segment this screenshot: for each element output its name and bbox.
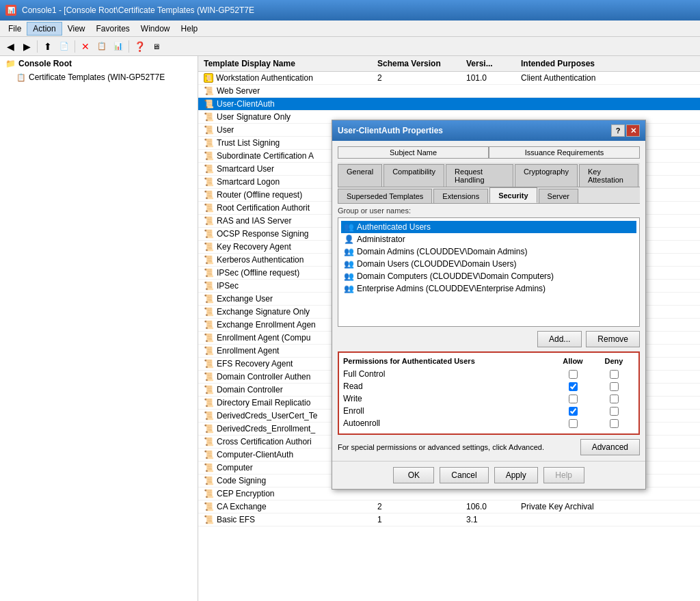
user-list[interactable]: 👥 Authenticated Users 👤 Administrator 👥 …	[338, 217, 640, 327]
tab-server[interactable]: Server	[539, 189, 578, 203]
enroll-deny-cell	[593, 407, 634, 416]
tab-compatibility[interactable]: Compatibility	[383, 164, 444, 187]
dialog-title: User-ClientAuth Properties	[338, 126, 443, 135]
cert-icon: 📜	[204, 203, 214, 213]
table-row[interactable]: 📜CA Exchange 2 106.0 Private Key Archiva…	[198, 500, 700, 513]
cert-icon: 📜	[204, 437, 214, 446]
cert-icon: 📜	[204, 242, 214, 252]
perm-row-read: Read	[343, 380, 634, 392]
menu-window[interactable]: Window	[135, 23, 176, 35]
fullcontrol-deny-cell	[593, 370, 634, 379]
cert-icon: 📜	[204, 411, 214, 420]
tab-superseded[interactable]: Superseded Templates	[338, 189, 432, 203]
dialog-body: Subject Name Issuance Requirements Gener…	[332, 141, 645, 461]
properties-dialog: User-ClientAuth Properties ? ✕ Subject N…	[332, 120, 646, 490]
cert-icon: 📜	[204, 346, 214, 356]
col-version: Versi...	[466, 59, 521, 68]
perm-row-write: Write	[343, 392, 634, 405]
add-button[interactable]: Add...	[537, 331, 582, 347]
ok-button[interactable]: OK	[393, 467, 434, 483]
table-row[interactable]: 📜Basic EFS 1 3.1	[198, 513, 700, 526]
enroll-deny-checkbox[interactable]	[610, 407, 619, 416]
dialog-close-button[interactable]: ✕	[626, 124, 640, 137]
cancel-button[interactable]: Cancel	[440, 467, 488, 483]
write-allow-checkbox[interactable]	[569, 395, 578, 403]
help-footer-button[interactable]: Help	[543, 467, 584, 483]
tab-security[interactable]: Security	[489, 187, 537, 203]
folder-icon: 📁	[5, 59, 16, 68]
user-item[interactable]: 👥 Domain Admins (CLOUDDEV\Domain Admins)	[341, 245, 636, 258]
advanced-button[interactable]: Advanced	[580, 439, 640, 455]
apply-button[interactable]: Apply	[494, 467, 538, 483]
cert-icon: 📜	[204, 255, 214, 265]
user-icon: 👥	[344, 247, 354, 256]
refresh-button[interactable]: 📊	[111, 39, 126, 54]
perm-row-enroll: Enroll	[343, 405, 634, 417]
adv-text: For special permissions or advanced sett…	[338, 443, 544, 451]
tab-extensions[interactable]: Extensions	[433, 189, 488, 203]
perm-name: Read	[343, 382, 552, 391]
cert-icon: 📜	[204, 333, 214, 343]
cert-icon: 📜	[204, 372, 214, 382]
tab-cryptography[interactable]: Cryptography	[515, 164, 578, 187]
read-deny-cell	[593, 382, 634, 391]
title-text: Console1 - [Console Root\Certificate Tem…	[22, 5, 254, 15]
back-button[interactable]: ◀	[3, 39, 18, 54]
dialog-help-button[interactable]: ?	[611, 124, 625, 137]
col-name: Template Display Name	[204, 59, 377, 68]
read-allow-checkbox[interactable]	[569, 382, 578, 391]
cert-templates-icon: 📋	[16, 73, 26, 82]
autoenroll-deny-checkbox[interactable]	[610, 419, 619, 428]
dialog-title-buttons: ? ✕	[611, 124, 640, 137]
menu-favorites[interactable]: Favorites	[91, 23, 135, 35]
menu-view[interactable]: View	[62, 23, 91, 35]
remove-button[interactable]: Remove	[586, 331, 640, 347]
tab-key-attestation[interactable]: Key Attestation	[579, 164, 638, 187]
user-item[interactable]: 👥 Authenticated Users	[341, 221, 636, 233]
write-deny-checkbox[interactable]	[610, 395, 619, 403]
console-root-item[interactable]: 📁 Console Root	[0, 56, 198, 71]
console-button[interactable]: 🖥	[148, 39, 163, 54]
dialog-top-sections: Subject Name Issuance Requirements	[338, 146, 640, 160]
fullcontrol-allow-checkbox[interactable]	[569, 370, 578, 379]
permissions-section: Permissions for Authenticated Users Allo…	[338, 351, 640, 435]
enroll-allow-checkbox[interactable]	[569, 407, 578, 416]
perm-header: Permissions for Authenticated Users Allo…	[343, 357, 634, 365]
user-item[interactable]: 👥 Enterprise Admins (CLOUDDEV\Enterprise…	[341, 282, 636, 295]
toolbar-sep1	[37, 40, 38, 53]
group-label: Group or user names:	[338, 206, 640, 215]
autoenroll-deny-cell	[593, 419, 634, 428]
cert-icon: 📜	[204, 151, 214, 161]
delete-button[interactable]: ✕	[78, 39, 93, 54]
user-icon: 👤	[344, 235, 354, 244]
up-button[interactable]: ⬆	[40, 39, 55, 54]
user-icon: 👥	[344, 284, 354, 293]
cert-icon: 📜	[204, 164, 214, 174]
forward-button[interactable]: ▶	[19, 39, 34, 54]
cert-templates-item[interactable]: 📋 Certificate Templates (WIN-GP52T7E	[0, 71, 198, 83]
new-button[interactable]: 📄	[57, 39, 72, 54]
user-item[interactable]: 👥 Domain Computers (CLOUDDEV\Domain Comp…	[341, 270, 636, 282]
table-row[interactable]: 📜Web Server	[198, 85, 700, 98]
perm-name: Enroll	[343, 406, 552, 416]
menu-help[interactable]: Help	[176, 23, 204, 35]
properties-button[interactable]: 📋	[94, 39, 109, 54]
cert-icon: 📜	[204, 515, 214, 524]
autoenroll-allow-checkbox[interactable]	[569, 419, 578, 428]
help-button[interactable]: ❓	[132, 39, 147, 54]
read-deny-checkbox[interactable]	[610, 382, 619, 391]
user-item[interactable]: 👤 Administrator	[341, 233, 636, 245]
title-bar: 📊 Console1 - [Console Root\Certificate T…	[0, 0, 700, 21]
user-item[interactable]: 👥 Domain Users (CLOUDDEV\Domain Users)	[341, 258, 636, 270]
tab-general[interactable]: General	[338, 164, 382, 187]
menu-action[interactable]: Action	[27, 22, 62, 36]
menu-file[interactable]: File	[3, 23, 27, 35]
cert-icon: 📜	[204, 138, 214, 148]
cert-icon: 📜	[204, 294, 214, 304]
menu-bar: File Action View Favorites Window Help	[0, 21, 700, 37]
tab-request-handling[interactable]: Request Handling	[446, 164, 513, 187]
fullcontrol-deny-checkbox[interactable]	[610, 370, 619, 379]
table-row[interactable]: 📜Workstation Authentication 2 101.0 Clie…	[198, 72, 700, 85]
table-row[interactable]: 📜User-ClientAuth	[198, 98, 700, 111]
cert-icon: 📜	[204, 73, 213, 83]
